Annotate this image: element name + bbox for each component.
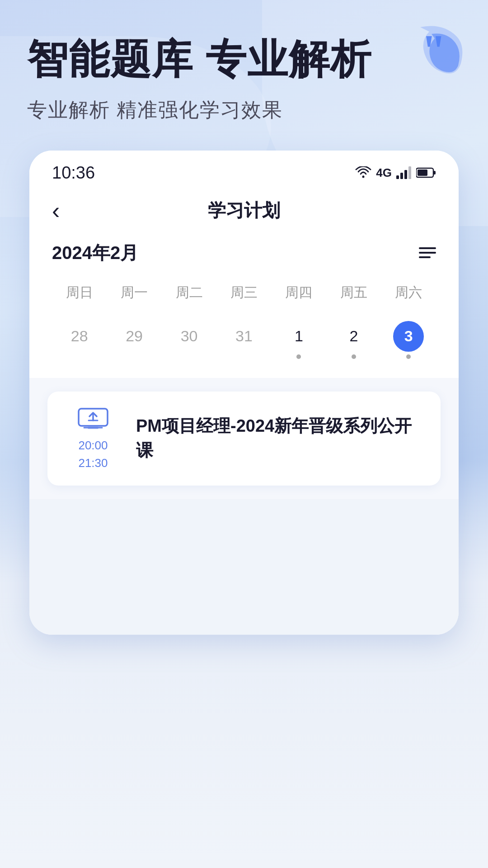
network-type-label: 4G [376, 166, 392, 180]
date-num-30: 30 [174, 321, 205, 352]
date-num-28: 28 [64, 321, 95, 352]
hero-subtitle: 专业解析 精准强化学习效果 [27, 97, 461, 123]
svg-point-1 [362, 176, 365, 178]
course-icon [75, 405, 111, 432]
date-dot-2 [352, 354, 356, 359]
day-header-sun: 周日 [52, 279, 107, 307]
svg-rect-8 [418, 170, 427, 176]
calendar-section: 2024年2月 周日 周一 周二 周三 周四 周五 周六 [29, 231, 459, 378]
status-icons: 4G [355, 166, 436, 180]
day-header-tue: 周二 [162, 279, 216, 307]
day-header-mon: 周一 [107, 279, 161, 307]
bottom-area [29, 499, 459, 635]
date-cell-31-prev[interactable]: 31 [216, 316, 271, 364]
back-button[interactable]: ‹ [52, 199, 60, 222]
date-num-1: 1 [283, 321, 314, 352]
date-cell-1[interactable]: 1 [272, 316, 326, 364]
svg-rect-5 [408, 166, 411, 179]
card-icon-area: 20:00 21:30 [64, 405, 122, 472]
day-header-wed: 周三 [216, 279, 271, 307]
hero-section: 智能题库 专业解析 专业解析 精准强化学习效果 [27, 36, 461, 123]
day-header-sat: 周六 [381, 279, 436, 307]
date-cell-30-prev[interactable]: 30 [162, 316, 216, 364]
card-time: 20:00 21:30 [78, 437, 108, 472]
date-cell-29-prev[interactable]: 29 [107, 316, 161, 364]
card-time-end: 21:30 [78, 454, 108, 472]
nav-title: 学习计划 [208, 198, 280, 223]
svg-text:": " [421, 25, 446, 75]
card-title: PM项目经理-2024新年晋级系列公开课 [136, 414, 424, 462]
day-header-fri: 周五 [326, 279, 381, 307]
card-content: PM项目经理-2024新年晋级系列公开课 [136, 414, 424, 462]
svg-rect-7 [433, 171, 436, 175]
svg-rect-4 [404, 170, 407, 179]
date-dot-3 [406, 354, 411, 359]
menu-line-2 [419, 252, 436, 254]
day-headers: 周日 周一 周二 周三 周四 周五 周六 [52, 279, 436, 307]
calendar-dates: 28 29 30 31 1 [52, 316, 436, 364]
calendar-header: 2024年2月 [52, 241, 436, 265]
card-section: 20:00 21:30 PM项目经理-2024新年晋级系列公开课 [29, 378, 459, 499]
date-cell-3[interactable]: 3 [381, 316, 436, 364]
date-num-31: 31 [229, 321, 259, 352]
date-cell-28-prev[interactable]: 28 [52, 316, 107, 364]
day-header-thu: 周四 [272, 279, 326, 307]
status-bar: 10:36 4G [29, 151, 459, 190]
hero-title: 智能题库 专业解析 [27, 36, 461, 83]
quote-decoration: " [407, 18, 465, 77]
calendar-month: 2024年2月 [52, 241, 138, 265]
schedule-card[interactable]: 20:00 21:30 PM项目经理-2024新年晋级系列公开课 [47, 392, 441, 486]
date-num-29: 29 [119, 321, 150, 352]
menu-line-3 [419, 256, 431, 258]
calendar-menu-button[interactable] [419, 247, 436, 258]
nav-bar: ‹ 学习计划 [29, 190, 459, 231]
status-time: 10:36 [52, 163, 95, 183]
menu-line-1 [419, 247, 436, 249]
date-num-3: 3 [393, 321, 424, 352]
signal-icon [396, 166, 412, 179]
svg-rect-3 [400, 173, 403, 179]
battery-icon [416, 167, 436, 178]
date-cell-2[interactable]: 2 [326, 316, 381, 364]
phone-mockup: 10:36 4G [29, 151, 459, 635]
date-dot-1 [296, 354, 301, 359]
card-time-start: 20:00 [78, 437, 108, 454]
wifi-icon [355, 166, 371, 179]
date-num-2: 2 [338, 321, 369, 352]
svg-rect-2 [396, 175, 399, 179]
